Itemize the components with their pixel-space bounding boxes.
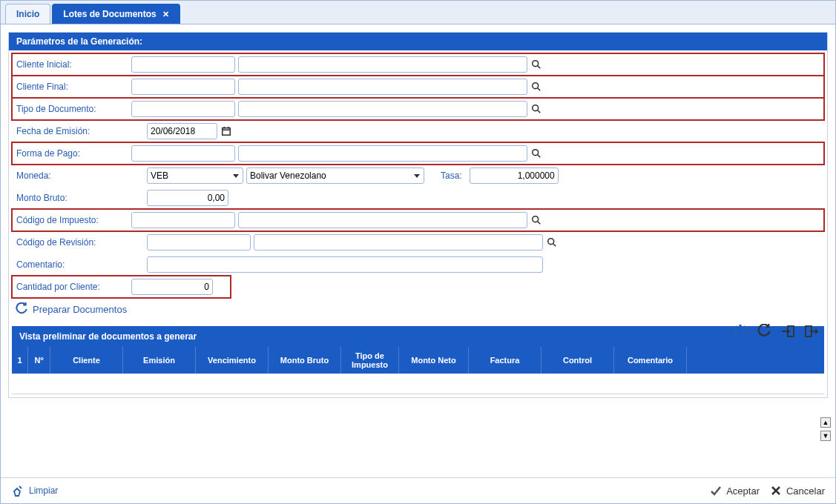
grid-toolbar: [732, 323, 820, 339]
svg-rect-6: [223, 128, 231, 136]
search-icon[interactable]: [530, 59, 542, 70]
moneda-desc-select[interactable]: Bolivar Venezolano: [246, 168, 424, 184]
svg-point-2: [533, 83, 539, 89]
col-no[interactable]: Nº: [28, 347, 50, 374]
svg-line-3: [538, 88, 541, 91]
cliente-final-code-input[interactable]: [131, 79, 235, 95]
limpiar-label: Limpiar: [29, 485, 58, 496]
label-codigo-impuesto: Código de Impuesto:: [13, 215, 128, 225]
col-rownum[interactable]: 1: [12, 347, 28, 374]
calendar-icon[interactable]: [220, 125, 232, 137]
row-moneda: Moneda: VEB Bolivar Venezolano Tasa:: [12, 165, 824, 187]
search-icon[interactable]: [530, 81, 542, 93]
tab-label: Lotes de Documentos: [63, 9, 156, 19]
grid-row-nav: ▲ ▼: [820, 417, 831, 441]
codigo-revision-code-input[interactable]: [147, 234, 251, 251]
moneda-code-select[interactable]: VEB: [147, 168, 243, 184]
col-factura[interactable]: Factura: [469, 347, 542, 374]
cancelar-button[interactable]: Cancelar: [770, 485, 825, 497]
col-monto-bruto[interactable]: Monto Bruto: [269, 347, 341, 374]
search-icon[interactable]: [546, 236, 558, 248]
row-codigo-revision: Código de Revisión:: [12, 231, 824, 253]
cliente-inicial-desc-input[interactable]: [238, 56, 527, 73]
svg-line-21: [19, 486, 22, 488]
cliente-final-desc-input[interactable]: [238, 79, 527, 95]
row-comentario: Comentario:: [12, 253, 824, 276]
label-comentario: Comentario:: [13, 259, 144, 270]
aceptar-button[interactable]: Aceptar: [710, 485, 760, 497]
col-emision[interactable]: Emisión: [123, 347, 196, 374]
svg-point-0: [533, 61, 539, 67]
col-cliente[interactable]: Cliente: [50, 347, 123, 374]
tipo-documento-desc-input[interactable]: [238, 101, 527, 117]
tipo-documento-code-input[interactable]: [131, 101, 235, 117]
row-cantidad-cliente: Cantidad por Cliente:: [12, 276, 231, 298]
preparar-documentos-button[interactable]: Preparar Documentos: [12, 298, 130, 326]
svg-point-12: [533, 216, 539, 222]
parametros-panel: Parámetros de la Generación: Cliente Ini…: [8, 32, 828, 398]
svg-line-1: [538, 66, 541, 69]
label-codigo-revision: Código de Revisión:: [13, 237, 144, 248]
col-vencimiento[interactable]: Vencimiento: [196, 347, 269, 374]
fecha-emision-input[interactable]: [147, 123, 217, 139]
row-forma-pago: Forma de Pago:: [12, 142, 824, 165]
col-control[interactable]: Control: [542, 347, 614, 374]
limpiar-button[interactable]: Limpiar: [11, 484, 58, 497]
tab-inicio[interactable]: Inicio: [5, 4, 50, 24]
label-moneda: Moneda:: [13, 170, 144, 181]
grid-columns: 1 Nº Cliente Emisión Vencimiento Monto B…: [12, 347, 824, 374]
label-fecha-emision: Fecha de Emisión:: [13, 126, 144, 136]
label-cliente-final: Cliente Final:: [13, 82, 128, 92]
codigo-impuesto-code-input[interactable]: [131, 212, 235, 228]
grid-preview: Vista preliminar de documentos a generar…: [12, 326, 824, 394]
row-monto-bruto: Monto Bruto:: [12, 187, 824, 209]
cancelar-label: Cancelar: [786, 485, 825, 497]
svg-point-4: [533, 105, 539, 111]
col-monto-neto[interactable]: Monto Neto: [399, 347, 469, 374]
row-codigo-impuesto: Código de Impuesto:: [12, 209, 824, 231]
grid-body: [12, 374, 824, 394]
label-tipo-documento: Tipo de Documento:: [13, 104, 128, 114]
row-down-icon[interactable]: ▼: [820, 431, 831, 441]
label-forma-pago: Forma de Pago:: [13, 148, 128, 159]
row-tipo-documento: Tipo de Documento:: [12, 98, 824, 120]
export-icon[interactable]: [803, 323, 820, 339]
panel-title: Parámetros de la Generación:: [9, 33, 827, 50]
row-cliente-inicial: Cliente Inicial:: [12, 53, 824, 76]
columns-layout-icon[interactable]: [732, 323, 748, 339]
refresh-icon[interactable]: [756, 323, 772, 339]
col-comentario[interactable]: Comentario: [614, 347, 687, 374]
svg-line-5: [538, 110, 541, 113]
forma-pago-code-input[interactable]: [131, 145, 235, 162]
cantidad-cliente-input[interactable]: [131, 279, 213, 295]
codigo-impuesto-desc-input[interactable]: [238, 212, 527, 228]
row-up-icon[interactable]: ▲: [820, 417, 831, 428]
search-icon[interactable]: [530, 214, 542, 226]
comentario-input[interactable]: [147, 256, 543, 273]
row-fecha-emision: Fecha de Emisión:: [12, 120, 824, 142]
aceptar-label: Aceptar: [726, 485, 760, 497]
svg-line-13: [538, 222, 541, 225]
footer-bar: Limpiar Aceptar Cancelar: [1, 477, 835, 503]
svg-line-15: [553, 244, 556, 247]
col-tipo-impuesto[interactable]: Tipo de Impuesto: [341, 347, 399, 374]
scroll-area[interactable]: Parámetros de la Generación: Cliente Ini…: [1, 24, 835, 477]
svg-point-14: [548, 239, 554, 245]
label-cantidad-cliente: Cantidad por Cliente:: [13, 282, 128, 292]
label-tasa: Tasa:: [441, 170, 462, 181]
codigo-revision-desc-input[interactable]: [254, 234, 543, 251]
import-icon[interactable]: [780, 323, 796, 339]
forma-pago-desc-input[interactable]: [238, 145, 527, 162]
tab-label: Inicio: [16, 9, 39, 19]
label-monto-bruto: Monto Bruto:: [13, 193, 144, 203]
row-cliente-final: Cliente Final:: [12, 76, 824, 98]
monto-bruto-input[interactable]: [147, 190, 228, 206]
search-icon[interactable]: [530, 103, 542, 115]
cliente-inicial-code-input[interactable]: [131, 56, 235, 73]
label-cliente-inicial: Cliente Inicial:: [13, 59, 128, 70]
close-icon[interactable]: ✕: [162, 10, 169, 19]
tasa-input[interactable]: [470, 168, 559, 184]
tabs-bar: Inicio Lotes de Documentos ✕: [1, 1, 835, 24]
tab-lotes-documentos[interactable]: Lotes de Documentos ✕: [52, 4, 180, 24]
search-icon[interactable]: [530, 147, 542, 159]
